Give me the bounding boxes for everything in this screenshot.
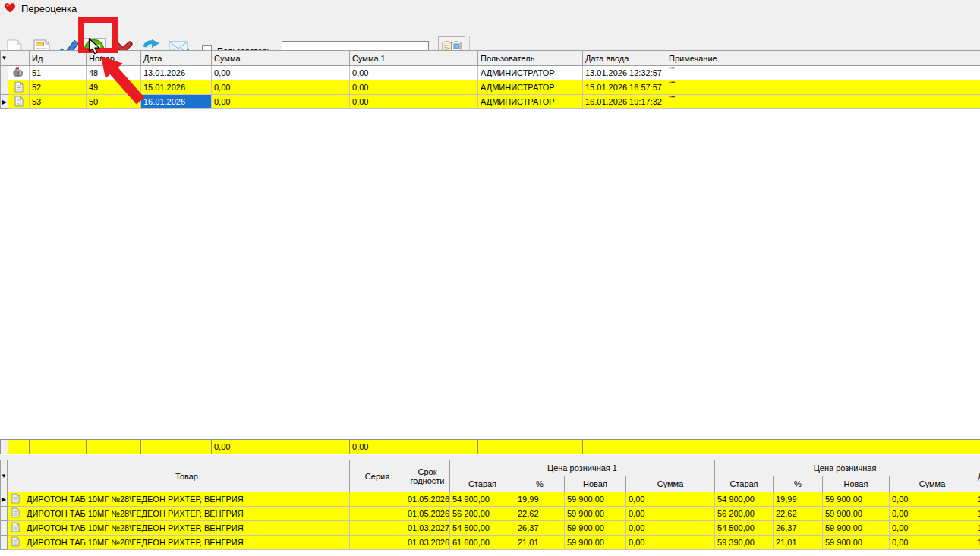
cell-user[interactable]: АДМИНИСТРАТОР (478, 95, 583, 109)
cell-clipped[interactable]: 1 (975, 536, 980, 550)
cell-note[interactable]: *** (666, 95, 980, 109)
column-group-retail-price[interactable]: Цена розничная (715, 460, 975, 476)
cell-new-2[interactable]: 59 900,00 (823, 521, 890, 536)
column-header-new-2[interactable]: Новая (823, 476, 890, 492)
column-header-old-1[interactable]: Старая (450, 476, 515, 492)
cell-expiry[interactable]: 01.03.2026 (405, 536, 450, 550)
column-header-sum1[interactable]: Сумма 1 (350, 51, 478, 66)
column-header-pct-2[interactable]: % (774, 476, 823, 492)
table-row: ДИРОТОН ТАБ 10МГ №28\ГЕДЕОН РИХТЕР, ВЕНГ… (1, 536, 980, 550)
cell-product[interactable]: ДИРОТОН ТАБ 10МГ №28\ГЕДЕОН РИХТЕР, ВЕНГ… (24, 507, 350, 521)
row-pointer-icon: ▶ (1, 492, 8, 507)
cell-number[interactable]: 50 (87, 95, 141, 109)
cell-note[interactable]: *** (666, 66, 980, 80)
cell-entry-date[interactable]: 13.01.2026 12:32:57 (583, 66, 666, 80)
cell-old-1[interactable]: 54 500,00 (450, 521, 515, 536)
column-header-expiry[interactable]: Срок годности (405, 460, 450, 492)
cell-old-1[interactable]: 61 600,00 (450, 536, 515, 550)
column-header-sum[interactable]: Сумма (212, 51, 350, 66)
cell-new-2[interactable]: 59 900,00 (823, 536, 890, 550)
cell-product[interactable]: ДИРОТОН ТАБ 10МГ №28\ГЕДЕОН РИХТЕР, ВЕНГ… (24, 492, 350, 507)
cell-product[interactable]: ДИРОТОН ТАБ 10МГ №28\ГЕДЕОН РИХТЕР, ВЕНГ… (24, 536, 350, 550)
filter-arrow-icon[interactable]: ▼ (1, 51, 8, 66)
cell-note[interactable]: *** (666, 80, 980, 95)
cell-pct-1[interactable]: 26,37 (515, 521, 565, 536)
cell-pct-2[interactable]: 22,62 (774, 507, 823, 521)
column-header-pct-1[interactable]: % (515, 476, 565, 492)
cell-old-2[interactable]: 56 200,00 (715, 507, 774, 521)
column-header-clipped[interactable]: Д (975, 460, 980, 492)
cell-series[interactable] (350, 492, 405, 507)
cell-id[interactable]: 53 (30, 95, 87, 109)
cell-id[interactable]: 52 (30, 80, 87, 95)
cell-sum-1[interactable]: 0,00 (626, 507, 715, 521)
cell-series[interactable] (350, 521, 405, 536)
cell-product[interactable]: ДИРОТОН ТАБ 10МГ №28\ГЕДЕОН РИХТЕР, ВЕНГ… (24, 521, 350, 536)
cell-new-2[interactable]: 59 900,00 (823, 492, 890, 507)
cell-expiry[interactable]: 01.05.2026 (405, 492, 450, 507)
column-header-product[interactable]: Товар (24, 460, 350, 492)
cell-number[interactable]: 49 (87, 80, 141, 95)
cell-pct-2[interactable]: 19,99 (774, 492, 823, 507)
column-header-old-2[interactable]: Старая (715, 476, 774, 492)
cell-pct-1[interactable]: 21,01 (515, 536, 565, 550)
cell-new-1[interactable]: 59 900,00 (565, 536, 626, 550)
cell-new-1[interactable]: 59 900,00 (565, 492, 626, 507)
column-header-icon[interactable] (8, 51, 30, 66)
cell-clipped[interactable]: 1 (975, 492, 980, 507)
cell-sum1[interactable]: 0,00 (350, 66, 478, 80)
cell-old-1[interactable]: 54 900,00 (450, 492, 515, 507)
filter-arrow-icon[interactable]: ▼ (1, 460, 8, 492)
cell-clipped[interactable]: 1 (975, 507, 980, 521)
cell-sum-1[interactable]: 0,00 (626, 536, 715, 550)
cell-series[interactable] (350, 507, 405, 521)
column-group-retail-price-1[interactable]: Цена розничная 1 (450, 460, 715, 476)
cell-sum-2[interactable]: 0,00 (890, 492, 975, 507)
cell-expiry[interactable]: 01.03.2027 (405, 521, 450, 536)
column-header-sum-1[interactable]: Сумма (626, 476, 715, 492)
cell-sum1[interactable]: 0,00 (350, 95, 478, 109)
cell-clipped[interactable]: 1 (975, 521, 980, 536)
cell-series[interactable] (350, 536, 405, 550)
selected-cell-date[interactable]: 16.01.2026 (141, 95, 212, 109)
cell-sum-2[interactable]: 0,00 (890, 536, 975, 550)
cell-old-1[interactable]: 56 200,00 (450, 507, 515, 521)
cell-user[interactable]: АДМИНИСТРАТОР (478, 66, 583, 80)
column-header-number[interactable]: Номер (87, 51, 141, 66)
cell-pct-1[interactable]: 22,62 (515, 507, 565, 521)
cell-sum-1[interactable]: 0,00 (626, 521, 715, 536)
cell-number[interactable]: 48 (87, 66, 141, 80)
cell-new-2[interactable]: 59 900,00 (823, 507, 890, 521)
cell-pct-2[interactable]: 26,37 (774, 521, 823, 536)
cell-pct-1[interactable]: 19,99 (515, 492, 565, 507)
cell-entry-date[interactable]: 15.01.2026 16:57:57 (583, 80, 666, 95)
cell-entry-date[interactable]: 16.01.2026 19:17:32 (583, 95, 666, 109)
cell-sum-1[interactable]: 0,00 (626, 492, 715, 507)
cell-new-1[interactable]: 59 900,00 (565, 507, 626, 521)
cell-sum[interactable]: 0,00 (212, 95, 350, 109)
cell-new-1[interactable]: 59 900,00 (565, 521, 626, 536)
cell-old-2[interactable]: 54 900,00 (715, 492, 774, 507)
column-header-entry-date[interactable]: Дата ввода (583, 51, 666, 66)
column-header-id[interactable]: Ид (30, 51, 87, 66)
cell-sum[interactable]: 0,00 (212, 80, 350, 95)
column-header-series[interactable]: Серия (350, 460, 405, 492)
column-header-icon[interactable] (8, 460, 24, 492)
cell-sum[interactable]: 0,00 (212, 66, 350, 80)
cell-expiry[interactable]: 01.05.2026 (405, 507, 450, 521)
cell-user[interactable]: АДМИНИСТРАТОР (478, 80, 583, 95)
cell-sum-2[interactable]: 0,00 (890, 521, 975, 536)
column-header-new-1[interactable]: Новая (565, 476, 626, 492)
cell-old-2[interactable]: 59 390,00 (715, 536, 774, 550)
cell-date[interactable]: 13.01.2026 (141, 66, 212, 80)
cell-id[interactable]: 51 (30, 66, 87, 80)
column-header-user[interactable]: Пользователь (478, 51, 583, 66)
cell-date[interactable]: 15.01.2026 (141, 80, 212, 95)
cell-pct-2[interactable]: 21,01 (774, 536, 823, 550)
cell-old-2[interactable]: 54 500,00 (715, 521, 774, 536)
cell-sum-2[interactable]: 0,00 (890, 507, 975, 521)
column-header-note[interactable]: Примечание (666, 51, 980, 66)
cell-sum1[interactable]: 0,00 (350, 80, 478, 95)
column-header-sum-2[interactable]: Сумма (890, 476, 975, 492)
column-header-date[interactable]: Дата (141, 51, 212, 66)
